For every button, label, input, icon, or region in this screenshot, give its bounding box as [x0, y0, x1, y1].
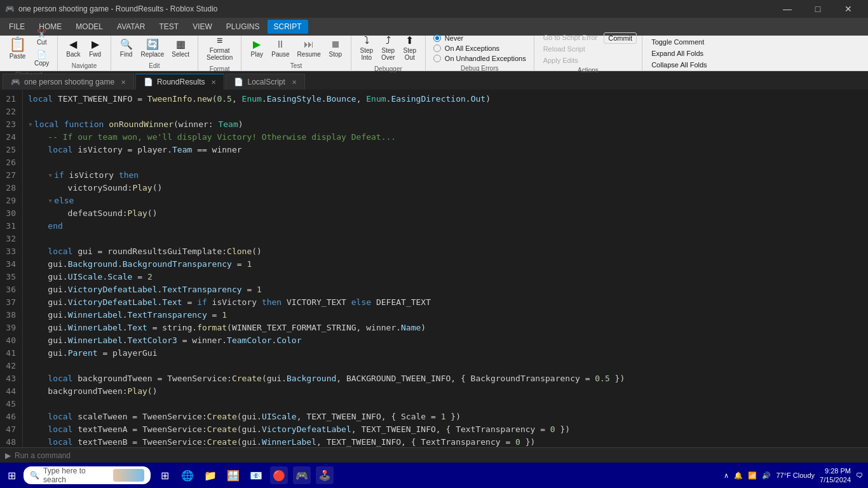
replace-button[interactable]: 🔄 Replace — [138, 37, 168, 60]
minimize-button[interactable]: — — [773, 0, 802, 18]
tabbar: 🎮 one person shooting game ✕ 📄 RoundResu… — [0, 71, 868, 90]
tab-main-game-icon: 🎮 — [11, 78, 20, 86]
volume-icon: 🔊 — [762, 471, 771, 480]
step-into-icon: ⤵ — [364, 36, 369, 46]
taskbar-game1[interactable]: 🎮 — [293, 466, 311, 484]
stop-button[interactable]: ⏹ Stop — [325, 37, 346, 60]
play-icon: ▶ — [253, 39, 261, 50]
expand-all-folds-button[interactable]: Expand All Folds — [648, 48, 710, 58]
paste-button[interactable]: 📋 Paste — [5, 36, 30, 62]
maximize-button[interactable]: □ — [803, 0, 832, 18]
find-button[interactable]: 🔍 Find — [116, 37, 137, 60]
command-input[interactable] — [15, 451, 863, 460]
code-area[interactable]: local TEXT_TWEEN_INFO = TweenInfo.new(0.… — [23, 90, 868, 447]
app-icon: 🎮 — [5, 4, 15, 13]
radio-on-unhandled[interactable]: On Unhandled Exceptions — [433, 55, 526, 62]
step-out-button[interactable]: ⬆ StepOut — [400, 34, 420, 63]
menu-script[interactable]: SCRIPT — [268, 20, 308, 34]
radio-on-all-circle — [433, 44, 441, 52]
apply-edits-button[interactable]: Apply Edits — [539, 55, 602, 65]
radio-never-label: Never — [445, 34, 463, 42]
tab-local-script-icon: 📄 — [234, 78, 243, 86]
play-button[interactable]: ▶ Play — [247, 37, 267, 60]
go-to-script-error-button[interactable]: Go to Script Error — [539, 32, 602, 43]
toolbar-clipboard: 📋 Paste ✂️ Cut 📄 Copy Clipboard — [0, 36, 58, 71]
menu-avatar[interactable]: AVATAR — [111, 20, 151, 34]
toolbar-format: ≡ FormatSelection Format — [198, 36, 241, 71]
search-widget — [113, 469, 144, 482]
debugger-label: Debugger — [356, 65, 420, 72]
stop-icon: ⏹ — [330, 39, 341, 50]
fwd-button[interactable]: ▶ Fwd — [85, 37, 105, 60]
toggle-comment-button[interactable]: Toggle Comment — [648, 37, 710, 47]
radio-on-all[interactable]: On All Exceptions — [433, 44, 526, 52]
taskbar-arrow-up[interactable]: ∧ — [724, 471, 729, 480]
toolbar: 📋 Paste ✂️ Cut 📄 Copy Clipboard ◀ Back — [0, 36, 868, 71]
taskbar-store[interactable]: 🪟 — [224, 466, 242, 484]
toolbar-edit: 🔍 Find 🔄 Replace ▦ Select Edit — [111, 36, 199, 71]
menubar: FILE HOME MODEL AVATAR TEST VIEW PLUGINS… — [0, 18, 868, 36]
taskbar-chrome[interactable]: 🔴 — [270, 466, 288, 484]
step-over-button[interactable]: ⤴ StepOver — [378, 34, 398, 63]
menu-test[interactable]: TEST — [153, 20, 185, 34]
search-box[interactable]: 🔍 Type here to search — [24, 466, 151, 484]
resume-button[interactable]: ⏭ Resume — [294, 37, 324, 60]
titlebar: 🎮 one person shooting game - RoundResult… — [0, 0, 868, 18]
menu-model[interactable]: MODEL — [69, 20, 109, 34]
toolbar-actions: Go to Script Error Reload Script Apply E… — [534, 36, 642, 71]
network-icon: 📶 — [748, 471, 757, 480]
tab-main-game[interactable]: 🎮 one person shooting game ✕ — [3, 74, 134, 90]
step-into-button[interactable]: ⤵ StepInto — [356, 34, 377, 63]
close-button[interactable]: ✕ — [834, 0, 863, 18]
radio-never[interactable]: Never — [433, 34, 526, 42]
tab-round-results-close[interactable]: ✕ — [211, 79, 216, 86]
taskbar-task-view[interactable]: ⊞ — [156, 466, 173, 484]
menu-view[interactable]: VIEW — [186, 20, 219, 34]
menu-plugins[interactable]: PLUGINS — [220, 20, 266, 34]
tab-local-script-close[interactable]: ✕ — [292, 79, 297, 86]
cut-button[interactable]: ✂️ Cut — [31, 28, 52, 48]
commit-button[interactable]: Commit — [604, 32, 637, 44]
search-icon: 🔍 — [30, 471, 39, 480]
radio-on-unhandled-circle — [433, 55, 441, 62]
format-selection-button[interactable]: ≡ FormatSelection — [203, 34, 236, 63]
radio-never-circle — [433, 34, 441, 42]
weather-display: 77°F Cloudy — [776, 471, 815, 479]
command-bar: ▶ — [0, 447, 868, 463]
notification-center[interactable]: 🗨 — [856, 471, 863, 479]
cmd-arrow: ▶ — [5, 451, 11, 460]
time-display: 9:28 PM 7/15/2024 — [820, 466, 851, 485]
tab-local-script[interactable]: 📄 LocalScript ✕ — [226, 74, 304, 90]
toolbar-navigate: ◀ Back ▶ Fwd Navigate — [58, 36, 111, 71]
toolbar-debug-errors: Never On All Exceptions On Unhandled Exc… — [426, 36, 534, 71]
edit-label: Edit — [116, 62, 193, 69]
radio-on-all-label: On All Exceptions — [445, 44, 499, 52]
back-button[interactable]: ◀ Back — [63, 37, 83, 60]
fwd-icon: ▶ — [92, 39, 99, 50]
taskbar-edge[interactable]: 🌐 — [179, 466, 196, 484]
paste-icon: 📋 — [9, 37, 26, 51]
tab-round-results[interactable]: 📄 RoundResults ✕ — [135, 74, 224, 90]
radio-on-unhandled-label: On Unhandled Exceptions — [445, 55, 526, 62]
commit-label: Commit — [608, 34, 632, 42]
find-icon: 🔍 — [120, 39, 133, 50]
editor: 21 22 23 24 25 26 27 28 29 30 31 32 33 3… — [0, 90, 868, 447]
collapse-all-folds-button[interactable]: Collapse All Folds — [648, 60, 710, 70]
replace-icon: 🔄 — [146, 39, 159, 50]
toolbar-toggle: Toggle Comment Expand All Folds Collapse… — [642, 36, 715, 71]
title-controls: — □ ✕ — [773, 0, 863, 18]
pause-button[interactable]: ⏸ Pause — [268, 37, 292, 60]
taskbar-file-explorer[interactable]: 📁 — [201, 466, 219, 484]
taskbar: ⊞ 🔍 Type here to search ⊞ 🌐 📁 🪟 📧 🔴 🎮 🕹️… — [0, 463, 868, 488]
line-numbers: 21 22 23 24 25 26 27 28 29 30 31 32 33 3… — [0, 90, 23, 447]
reload-script-button[interactable]: Reload Script — [539, 44, 602, 54]
notification-icon: 🔔 — [734, 471, 743, 480]
tab-main-game-close[interactable]: ✕ — [121, 79, 126, 86]
taskbar-mail[interactable]: 📧 — [247, 466, 265, 484]
copy-button[interactable]: 📄 Copy — [31, 49, 52, 69]
taskbar-game2[interactable]: 🕹️ — [316, 466, 334, 484]
test-label: Test — [247, 62, 346, 69]
start-button[interactable]: ⊞ — [5, 467, 18, 484]
format-icon: ≡ — [217, 36, 222, 46]
select-button[interactable]: ▦ Select — [168, 37, 193, 60]
